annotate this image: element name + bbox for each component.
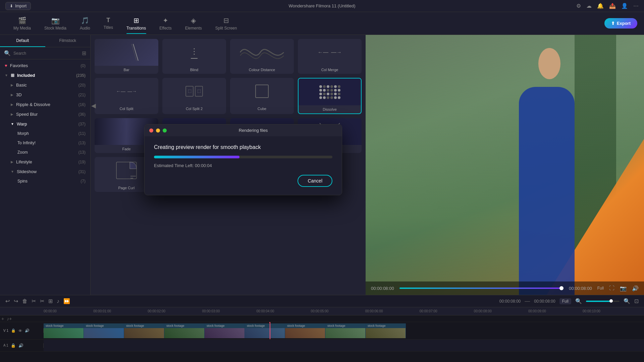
redo-button[interactable]: ↪ (14, 298, 18, 304)
add-audio-track-button[interactable]: ♪+ (7, 316, 12, 321)
clip-8[interactable]: stock footage (325, 323, 366, 338)
tab-transitions[interactable]: ⊞ Transitions (120, 14, 153, 33)
split-button[interactable]: ⊞ (48, 298, 53, 304)
cancel-render-button[interactable]: Cancel (298, 175, 332, 187)
dialog-minimize-dot[interactable] (156, 128, 160, 133)
fit-button[interactable]: ⊡ (634, 298, 639, 304)
tab-audio[interactable]: 🎵 Audio (73, 14, 97, 33)
col-merge-thumb: ←— —→ (298, 39, 362, 66)
sidebar-item-spins[interactable]: Spins (7) (0, 176, 90, 186)
included-label: Included (17, 73, 35, 78)
transition-cube[interactable]: Cube (230, 78, 294, 114)
sidebar-item-to-infinity[interactable]: To Infinity! (13) (0, 138, 90, 148)
tab-my-media[interactable]: 🎬 My Media (7, 14, 38, 33)
cut-button[interactable]: ✂ (32, 298, 36, 304)
col-split-thumb: ←— —→ (95, 78, 158, 105)
prev-page-arrow[interactable]: ◀ (91, 102, 96, 109)
ruler-mark-0: 00:00:00 (44, 309, 57, 313)
transition-col-split[interactable]: ←— —→ Col Split (95, 78, 158, 114)
zoom-in-button[interactable]: 🔍 (624, 298, 630, 304)
grid-view-icon[interactable]: ⊞ (82, 50, 86, 56)
timeline-tracks: + ♪+ V 1 🔒 👁 🔊 stock footage (0, 315, 644, 362)
sidebar-item-morph[interactable]: Morph (11) (0, 129, 90, 138)
tab-split-screen[interactable]: ⊟ Split Screen (209, 14, 244, 33)
clip-4[interactable]: stock footage (164, 323, 205, 338)
tab-stock-media[interactable]: 📷 Stock Media (38, 14, 73, 33)
transition-dissolve[interactable]: Dissolve (298, 78, 362, 114)
sidebar-item-ripple[interactable]: ▶ Ripple & Dissolve (16) (0, 100, 90, 109)
transition-col-split-2[interactable]: ⬚ ⬚ Col Split 2 (162, 78, 226, 114)
search-input[interactable] (13, 51, 79, 56)
transition-colour-distance[interactable]: Colour Distance (230, 39, 294, 74)
sidebar-item-3d[interactable]: ▶ 3D (21) (0, 90, 90, 100)
clip-9[interactable]: stock footage (366, 323, 406, 338)
audio-lock-icon[interactable]: 🔒 (11, 343, 16, 348)
transition-col-merge[interactable]: ←— —→ Col Merge (298, 39, 362, 74)
share-icon[interactable]: 📤 (609, 3, 616, 9)
ruler-mark-4: 00:00:04:00 (256, 309, 274, 313)
audio-detach-button[interactable]: ♪ (57, 298, 59, 304)
volume-icon[interactable]: 🔊 (632, 285, 639, 292)
screenshot-icon[interactable]: 📷 (620, 285, 627, 292)
tab-elements[interactable]: ◈ Elements (178, 14, 209, 33)
account-icon[interactable]: 👤 (621, 3, 628, 9)
current-time-display: 00:00:08:00 (499, 299, 521, 304)
3d-label: 3D (16, 92, 22, 97)
export-button[interactable]: ⬆ Export (604, 18, 637, 29)
zoom-out-button[interactable]: 🔍 (575, 298, 582, 304)
dialog-maximize-dot[interactable] (163, 128, 167, 133)
sidebar-item-lifestyle[interactable]: ▶ Lifestyle (19) (0, 157, 90, 167)
sidebar-item-included[interactable]: ▼ ⊞ Included (235) (0, 70, 90, 80)
col-merge-label: Col Merge (298, 66, 362, 74)
clip-3[interactable]: stock footage (124, 323, 164, 338)
tab-titles[interactable]: T Titles (97, 14, 120, 33)
cloud-icon[interactable]: ☁ (586, 3, 592, 9)
ruler-mark-1: 00:00:01:00 (93, 309, 111, 313)
zoom-select[interactable]: Full (559, 298, 571, 304)
clip-6[interactable]: stock footage (245, 323, 285, 338)
settings-icon[interactable]: ⚙ (576, 3, 581, 9)
audio-icon: 🎵 (81, 16, 89, 24)
transition-blind[interactable]: ⋮ Blind (162, 39, 226, 74)
speed-button[interactable]: ⏩ (63, 298, 70, 304)
add-track-button[interactable]: + (1, 316, 4, 321)
track-eye-icon[interactable]: 👁 (18, 329, 22, 333)
chevron-right-icon: ▶ (11, 83, 13, 87)
clip-7[interactable]: stock footage (285, 323, 325, 338)
lifestyle-count: (19) (78, 160, 86, 164)
sidebar-item-favorites[interactable]: ♥ Favorites (0) (0, 61, 90, 70)
sidebar-item-warp[interactable]: ▼ Warp (37) (0, 119, 90, 129)
undo-button[interactable]: ↩ (5, 298, 10, 304)
audio-volume-icon[interactable]: 🔊 (18, 343, 23, 348)
notification-icon[interactable]: 🔔 (597, 3, 604, 9)
track-volume-icon[interactable]: 🔊 (25, 328, 30, 333)
playback-progress-bar[interactable] (399, 288, 564, 289)
ruler-marks: 00:00:00 00:00:01:00 00:00:02:00 00:00:0… (44, 309, 600, 313)
clip-2[interactable]: stock footage (84, 323, 124, 338)
clip-1[interactable]: stock footage (44, 323, 84, 338)
ruler-mark-9: 00:00:09:00 (528, 309, 546, 313)
playhead[interactable] (270, 322, 270, 339)
sidebar-item-zoom[interactable]: Zoom (13) (0, 148, 90, 157)
fullscreen-icon[interactable]: ⛶ (609, 285, 614, 291)
import-button[interactable]: ⬇ Import (5, 2, 31, 10)
stock-media-icon: 📷 (51, 16, 60, 24)
dialog-close-dot[interactable] (149, 128, 153, 133)
dialog-body: Creating preview render for smooth playb… (145, 136, 342, 195)
sidebar-item-speed-blur[interactable]: ▶ Speed Blur (36) (0, 109, 90, 119)
zoom-slider[interactable] (586, 301, 620, 302)
sidebar-list: ♥ Favorites (0) ▼ ⊞ Included (235) ▶ Bas… (0, 59, 90, 295)
sidebar-item-basic[interactable]: ▶ Basic (20) (0, 80, 90, 90)
tab-effects[interactable]: ✦ Effects (153, 14, 178, 33)
tab-default[interactable]: Default (0, 35, 45, 47)
ruler-mark-10: 00:00:10:00 (583, 309, 600, 313)
tab-filmstock[interactable]: Filmstock (45, 35, 91, 47)
crop-button[interactable]: ✂ (40, 298, 44, 304)
more-icon[interactable]: ⋯ (633, 3, 639, 9)
clip-5[interactable]: stock footage (205, 323, 245, 338)
track-lock-icon[interactable]: 🔒 (11, 328, 16, 333)
sidebar-item-slideshow[interactable]: ▼ Slideshow (31) (0, 167, 90, 176)
delete-button[interactable]: 🗑 (22, 298, 28, 304)
transition-bar[interactable]: Bar (95, 39, 158, 74)
app-title: Wondershare Filmora 11 (Untitled) (288, 3, 355, 8)
